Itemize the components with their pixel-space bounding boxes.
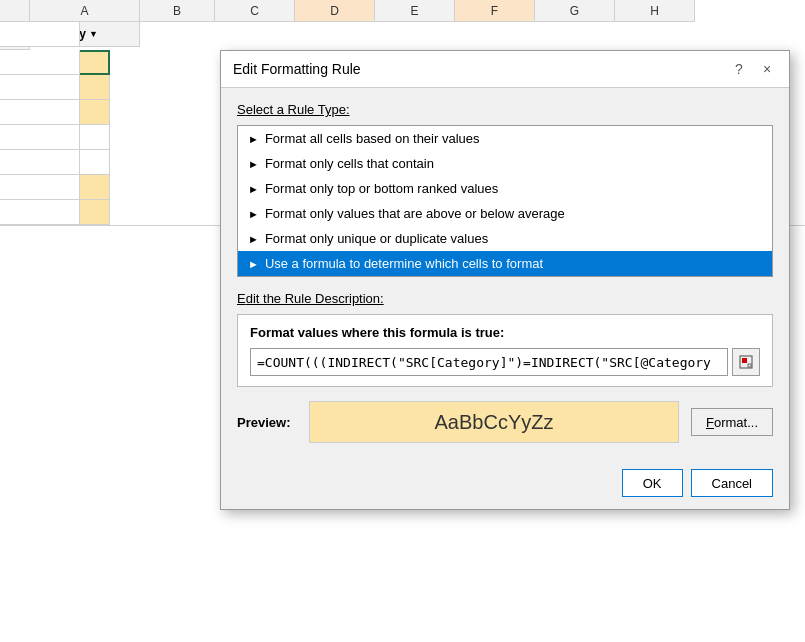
cancel-button[interactable]: Cancel [691, 469, 773, 497]
category-dropdown-icon[interactable]: ▼ [89, 29, 98, 39]
col-header-c: C [215, 0, 295, 22]
dialog-titlebar: Edit Formatting Rule ? × [221, 51, 789, 88]
collapse-icon [739, 355, 753, 369]
rule-arrow-icon: ► [248, 133, 259, 145]
rule-above-below[interactable]: ► Format only values that are above or b… [238, 201, 772, 226]
col-header-d: D [295, 0, 375, 22]
format-button[interactable]: Format... [691, 408, 773, 436]
rule-arrow-icon: ► [248, 158, 259, 170]
col-header-h: H [615, 0, 695, 22]
col-header-g: G [535, 0, 615, 22]
col-header-f: F [455, 0, 535, 22]
preview-label: Preview: [237, 415, 297, 430]
cell-h7[interactable] [0, 200, 80, 225]
edit-formatting-rule-dialog: Edit Formatting Rule ? × Select a Rule T… [220, 50, 790, 510]
formula-collapse-button[interactable] [732, 348, 760, 376]
col-header-b: B [140, 0, 215, 22]
preview-text: AaBbCcYyZz [435, 411, 554, 434]
corner-cell [0, 0, 30, 22]
rule-contain[interactable]: ► Format only cells that contain [238, 151, 772, 176]
cell-h1[interactable] [0, 50, 80, 75]
select-rule-label: Select a Rule Type: [237, 102, 773, 117]
dialog-controls: ? × [729, 59, 777, 79]
rule-unique-dup[interactable]: ► Format only unique or duplicate values [238, 226, 772, 251]
format-values-label: Format values where this formula is true… [250, 325, 760, 340]
preview-box: AaBbCcYyZz [309, 401, 679, 443]
description-box: Format values where this formula is true… [237, 314, 773, 387]
svg-rect-2 [748, 364, 751, 367]
rule-arrow-icon: ► [248, 233, 259, 245]
rule-top-bottom[interactable]: ► Format only top or bottom ranked value… [238, 176, 772, 201]
dialog-footer: OK Cancel [221, 461, 789, 509]
cell-h6[interactable] [0, 175, 80, 200]
dialog-title: Edit Formatting Rule [233, 61, 361, 77]
preview-row: Preview: AaBbCcYyZz Format... [237, 401, 773, 443]
edit-description-label: Edit the Rule Description: [237, 291, 773, 306]
dialog-body: Select a Rule Type: ► Format all cells b… [221, 88, 789, 461]
close-button[interactable]: × [757, 59, 777, 79]
rule-formula[interactable]: ► Use a formula to determine which cells… [238, 251, 772, 276]
col-header-a: A [30, 0, 140, 22]
rule-arrow-icon: ► [248, 183, 259, 195]
rule-arrow-icon: ► [248, 208, 259, 220]
svg-rect-1 [742, 358, 747, 363]
cell-h3[interactable] [0, 100, 80, 125]
cell-h2[interactable] [0, 75, 80, 100]
formula-input[interactable] [250, 348, 728, 376]
cell-h-header [0, 22, 80, 47]
rule-arrow-icon: ► [248, 258, 259, 270]
col-header-e: E [375, 0, 455, 22]
cell-h4[interactable] [0, 125, 80, 150]
rule-all-cells[interactable]: ► Format all cells based on their values [238, 126, 772, 151]
formula-row [250, 348, 760, 376]
ok-button[interactable]: OK [622, 469, 683, 497]
help-button[interactable]: ? [729, 59, 749, 79]
cell-h5[interactable] [0, 150, 80, 175]
rule-type-list: ► Format all cells based on their values… [237, 125, 773, 277]
